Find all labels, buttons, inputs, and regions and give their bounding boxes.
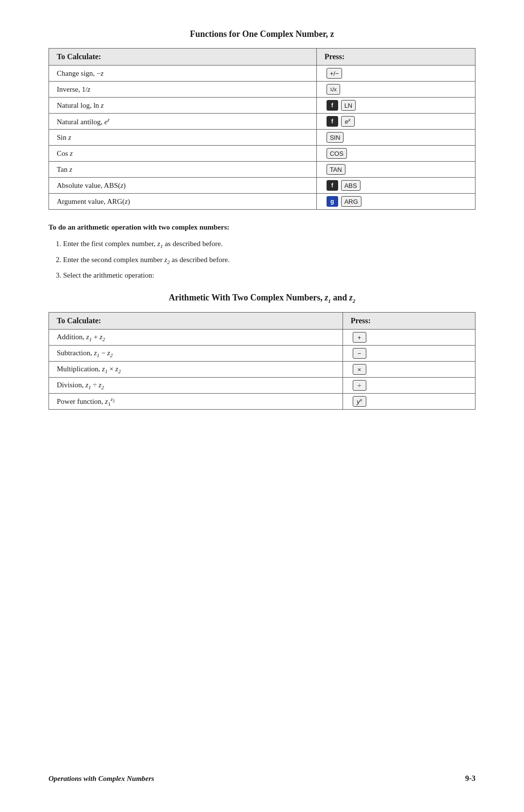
press-cell: f ABS <box>316 178 475 194</box>
key-inverse[interactable]: 1/x <box>327 84 340 95</box>
key-sin[interactable]: SIN <box>327 132 344 143</box>
table-row: Power function, z1z2 yx <box>49 394 475 410</box>
press-cell: SIN <box>316 130 475 146</box>
calc-cell: Multiplication, z1 × z2 <box>49 362 343 378</box>
shift-f-key2[interactable]: f <box>327 116 338 127</box>
table-row: Sin z SIN <box>49 130 475 146</box>
press-cell: + <box>343 330 475 346</box>
col1-header: To Calculate: <box>49 49 317 66</box>
second-title: Arithmetic With Two Complex Numbers, z1 … <box>49 293 475 304</box>
numbered-steps: Enter the first complex number, z1 as de… <box>63 238 475 281</box>
key-power[interactable]: yx <box>353 396 366 407</box>
table-row: Natural log, ln z f LN <box>49 98 475 114</box>
key-divide[interactable]: ÷ <box>353 380 366 391</box>
calc-cell: Subtraction, z1 − z2 <box>49 346 343 362</box>
press-cell: yx <box>343 394 475 410</box>
calc-cell: Sin z <box>49 130 317 146</box>
table-row: Natural antilog, ez f ex <box>49 114 475 130</box>
press-cell: TAN <box>316 162 475 178</box>
table-row: Tan z TAN <box>49 162 475 178</box>
key-minus[interactable]: − <box>353 348 366 359</box>
key-multiply[interactable]: × <box>353 364 366 375</box>
calc-cell: Cos z <box>49 146 317 162</box>
step-2: Enter the second complex number z2 as de… <box>63 254 475 266</box>
table-row: Argument value, ARG(z) g ARG <box>49 194 475 210</box>
press-cell: g ARG <box>316 194 475 210</box>
calc-cell: Natural antilog, ez <box>49 114 317 130</box>
key-plus[interactable]: + <box>353 332 366 343</box>
calc-cell: Absolute value, ABS(z) <box>49 178 317 194</box>
col2-header: Press: <box>316 49 475 66</box>
table-row: Change sign, −z +/− <box>49 66 475 82</box>
table-row: Absolute value, ABS(z) f ABS <box>49 178 475 194</box>
press-cell: f ex <box>316 114 475 130</box>
footer-right: 9-3 <box>465 774 475 783</box>
bold-instruction: To do an arithmetic operation with two c… <box>49 223 475 232</box>
table-row: Subtraction, z1 − z2 − <box>49 346 475 362</box>
calc-cell: Inverse, 1/z <box>49 82 317 98</box>
calc-cell: Power function, z1z2 <box>49 394 343 410</box>
key-arg[interactable]: ARG <box>341 196 361 207</box>
table-row: Multiplication, z1 × z2 × <box>49 362 475 378</box>
col1-header-t2: To Calculate: <box>49 313 343 330</box>
footer: Operations with Complex Numbers 9-3 <box>49 774 475 783</box>
col2-header-t2: Press: <box>343 313 475 330</box>
key-cos[interactable]: COS <box>327 148 347 159</box>
key-plus-minus[interactable]: +/− <box>327 68 343 79</box>
table-row: Division, z1 ÷ z2 ÷ <box>49 378 475 394</box>
table-row: Inverse, 1/z 1/x <box>49 82 475 98</box>
calc-cell: Change sign, −z <box>49 66 317 82</box>
step-1: Enter the first complex number, z1 as de… <box>63 238 475 250</box>
press-cell: × <box>343 362 475 378</box>
calc-cell: Division, z1 ÷ z2 <box>49 378 343 394</box>
footer-left: Operations with Complex Numbers <box>49 775 154 783</box>
shift-f-key[interactable]: f <box>327 100 338 111</box>
table-arithmetic-two-complex: To Calculate: Press: Addition, z1 + z2 +… <box>49 312 475 410</box>
table-row: Addition, z1 + z2 + <box>49 330 475 346</box>
table-functions-one-complex: To Calculate: Press: Change sign, −z +/−… <box>49 48 475 210</box>
main-title: Functions for One Complex Number, z <box>49 29 475 39</box>
calc-cell: Argument value, ARG(z) <box>49 194 317 210</box>
shift-g-key[interactable]: g <box>327 196 338 207</box>
press-cell: − <box>343 346 475 362</box>
key-abs[interactable]: ABS <box>341 180 360 191</box>
press-cell: 1/x <box>316 82 475 98</box>
press-cell: COS <box>316 146 475 162</box>
key-tan[interactable]: TAN <box>327 164 345 175</box>
press-cell: +/− <box>316 66 475 82</box>
step-3: Select the arithmetic operation: <box>63 270 475 281</box>
table-row: Cos z COS <box>49 146 475 162</box>
key-ln[interactable]: LN <box>341 100 356 111</box>
calc-cell: Tan z <box>49 162 317 178</box>
calc-cell: Natural log, ln z <box>49 98 317 114</box>
press-cell: f LN <box>316 98 475 114</box>
shift-f-key3[interactable]: f <box>327 180 338 191</box>
key-ex[interactable]: ex <box>341 116 355 127</box>
press-cell: ÷ <box>343 378 475 394</box>
calc-cell: Addition, z1 + z2 <box>49 330 343 346</box>
